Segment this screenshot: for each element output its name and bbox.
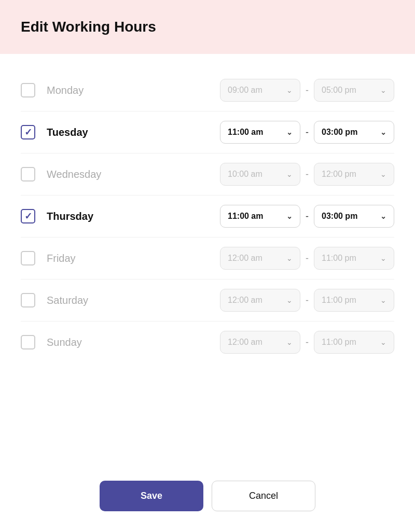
end-time-thursday[interactable]: 03:00 pm⌄ bbox=[314, 205, 394, 228]
end-time-value-monday: 05:00 pm bbox=[322, 86, 356, 95]
start-time-value-sunday: 12:00 am bbox=[228, 338, 262, 347]
start-chevron-wednesday: ⌄ bbox=[286, 170, 293, 178]
end-time-sunday[interactable]: 11:00 pm⌄ bbox=[314, 331, 394, 354]
end-time-value-thursday: 03:00 pm bbox=[322, 212, 357, 221]
start-chevron-friday: ⌄ bbox=[286, 254, 293, 262]
time-controls-sunday: 12:00 am⌄-11:00 pm⌄ bbox=[220, 331, 394, 354]
time-controls-friday: 12:00 am⌄-11:00 pm⌄ bbox=[220, 247, 394, 270]
start-time-tuesday[interactable]: 11:00 am⌄ bbox=[220, 121, 300, 144]
start-time-value-thursday: 11:00 am bbox=[228, 212, 264, 221]
day-row-saturday: Saturday12:00 am⌄-11:00 pm⌄ bbox=[21, 279, 394, 321]
end-chevron-saturday: ⌄ bbox=[380, 296, 386, 304]
start-time-wednesday[interactable]: 10:00 am⌄ bbox=[220, 163, 300, 186]
separator-tuesday: - bbox=[306, 127, 309, 138]
day-label-thursday: Thursday bbox=[47, 211, 130, 222]
day-label-sunday: Sunday bbox=[47, 337, 130, 348]
day-label-wednesday: Wednesday bbox=[47, 169, 130, 180]
day-row-sunday: Sunday12:00 am⌄-11:00 pm⌄ bbox=[21, 321, 394, 363]
checkbox-friday[interactable] bbox=[21, 251, 35, 265]
end-time-value-tuesday: 03:00 pm bbox=[322, 128, 357, 137]
start-time-value-wednesday: 10:00 am bbox=[228, 170, 262, 179]
start-chevron-saturday: ⌄ bbox=[286, 296, 293, 304]
separator-thursday: - bbox=[306, 211, 309, 222]
end-chevron-monday: ⌄ bbox=[380, 86, 386, 94]
time-controls-tuesday: 11:00 am⌄-03:00 pm⌄ bbox=[220, 121, 394, 144]
day-label-monday: Monday bbox=[47, 85, 130, 96]
separator-friday: - bbox=[306, 253, 309, 264]
checkbox-thursday[interactable]: ✓ bbox=[21, 209, 35, 223]
start-time-value-friday: 12:00 am bbox=[228, 254, 262, 263]
end-chevron-tuesday: ⌄ bbox=[380, 128, 386, 136]
day-row-friday: Friday12:00 am⌄-11:00 pm⌄ bbox=[21, 237, 394, 279]
checkbox-monday[interactable] bbox=[21, 83, 35, 97]
separator-saturday: - bbox=[306, 295, 309, 306]
end-chevron-wednesday: ⌄ bbox=[380, 170, 386, 178]
start-time-friday[interactable]: 12:00 am⌄ bbox=[220, 247, 300, 270]
end-time-wednesday[interactable]: 12:00 pm⌄ bbox=[314, 163, 394, 186]
checkbox-tuesday[interactable]: ✓ bbox=[21, 125, 35, 139]
end-chevron-sunday: ⌄ bbox=[380, 338, 386, 346]
start-chevron-tuesday: ⌄ bbox=[286, 128, 293, 136]
time-controls-saturday: 12:00 am⌄-11:00 pm⌄ bbox=[220, 289, 394, 312]
start-time-monday[interactable]: 09:00 am⌄ bbox=[220, 79, 300, 102]
start-time-value-saturday: 12:00 am bbox=[228, 296, 262, 305]
start-time-value-tuesday: 11:00 am bbox=[228, 128, 264, 137]
end-chevron-thursday: ⌄ bbox=[380, 212, 386, 220]
start-time-thursday[interactable]: 11:00 am⌄ bbox=[220, 205, 300, 228]
end-time-value-sunday: 11:00 pm bbox=[322, 338, 356, 347]
end-time-value-saturday: 11:00 pm bbox=[322, 296, 356, 305]
separator-sunday: - bbox=[306, 337, 309, 348]
start-time-sunday[interactable]: 12:00 am⌄ bbox=[220, 331, 300, 354]
footer: Save Cancel bbox=[0, 465, 415, 532]
end-time-monday[interactable]: 05:00 pm⌄ bbox=[314, 79, 394, 102]
separator-monday: - bbox=[306, 85, 309, 96]
start-chevron-sunday: ⌄ bbox=[286, 338, 293, 346]
end-time-value-friday: 11:00 pm bbox=[322, 254, 356, 263]
day-label-friday: Friday bbox=[47, 253, 130, 264]
day-label-tuesday: Tuesday bbox=[47, 127, 130, 138]
start-chevron-monday: ⌄ bbox=[286, 86, 293, 94]
separator-wednesday: - bbox=[306, 169, 309, 180]
start-time-value-monday: 09:00 am bbox=[228, 86, 262, 95]
day-row-thursday: ✓Thursday11:00 am⌄-03:00 pm⌄ bbox=[21, 195, 394, 237]
time-controls-wednesday: 10:00 am⌄-12:00 pm⌄ bbox=[220, 163, 394, 186]
header: Edit Working Hours bbox=[0, 0, 415, 54]
start-time-saturday[interactable]: 12:00 am⌄ bbox=[220, 289, 300, 312]
end-time-saturday[interactable]: 11:00 pm⌄ bbox=[314, 289, 394, 312]
day-row-monday: Monday09:00 am⌄-05:00 pm⌄ bbox=[21, 69, 394, 111]
time-controls-thursday: 11:00 am⌄-03:00 pm⌄ bbox=[220, 205, 394, 228]
checkbox-wednesday[interactable] bbox=[21, 167, 35, 181]
start-chevron-thursday: ⌄ bbox=[286, 212, 293, 220]
day-row-wednesday: Wednesday10:00 am⌄-12:00 pm⌄ bbox=[21, 153, 394, 195]
checkmark-tuesday: ✓ bbox=[24, 128, 32, 137]
checkbox-sunday[interactable] bbox=[21, 335, 35, 349]
checkbox-saturday[interactable] bbox=[21, 293, 35, 307]
time-controls-monday: 09:00 am⌄-05:00 pm⌄ bbox=[220, 79, 394, 102]
end-chevron-friday: ⌄ bbox=[380, 254, 386, 262]
days-list: Monday09:00 am⌄-05:00 pm⌄✓Tuesday11:00 a… bbox=[0, 54, 415, 465]
day-label-saturday: Saturday bbox=[47, 295, 130, 306]
checkmark-thursday: ✓ bbox=[24, 212, 32, 221]
end-time-tuesday[interactable]: 03:00 pm⌄ bbox=[314, 121, 394, 144]
cancel-button[interactable]: Cancel bbox=[212, 481, 315, 511]
end-time-friday[interactable]: 11:00 pm⌄ bbox=[314, 247, 394, 270]
page-title: Edit Working Hours bbox=[21, 19, 156, 35]
save-button[interactable]: Save bbox=[100, 481, 203, 511]
day-row-tuesday: ✓Tuesday11:00 am⌄-03:00 pm⌄ bbox=[21, 111, 394, 153]
end-time-value-wednesday: 12:00 pm bbox=[322, 170, 356, 179]
